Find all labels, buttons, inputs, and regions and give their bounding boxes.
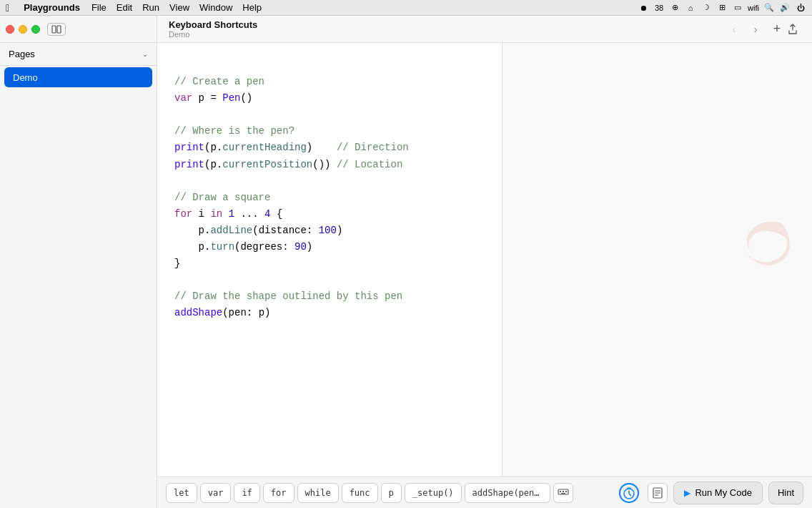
snippet-addshape[interactable]: addShape(pen: | xyxy=(465,483,550,503)
bluetooth-icon: ⊕ xyxy=(669,2,680,14)
wifi-icon[interactable]: wifi xyxy=(748,2,759,14)
swift-logo-watermark xyxy=(741,218,791,270)
battery-icon: ▭ xyxy=(732,2,743,14)
menu-window[interactable]: Window xyxy=(199,2,232,13)
menubar-status-area: ⏺ 38 ⊕ ⌂ ☽ ⊞ ▭ wifi 🔍 🔊 ⏻ xyxy=(638,2,806,14)
main-area: Pages ⌄ Demo Keyboard Shortcuts Demo ‹ ›… xyxy=(0,16,812,508)
svg-rect-5 xyxy=(565,491,567,492)
nav-back-button[interactable]: ‹ xyxy=(726,21,742,37)
power-icon[interactable]: ⏻ xyxy=(795,2,806,14)
volume-icon[interactable]: 🔊 xyxy=(779,2,791,14)
svg-rect-1 xyxy=(57,26,61,33)
run-button[interactable]: ▶ Run My Code xyxy=(673,482,762,504)
search-icon[interactable]: 🔍 xyxy=(763,2,775,14)
code-line: p.addLine(distance: 100) xyxy=(174,223,485,239)
menu-view[interactable]: View xyxy=(169,2,189,13)
code-line: // Draw the shape outlined by this pen xyxy=(174,288,485,305)
hint-button[interactable]: Hint xyxy=(768,482,803,504)
code-line: // Where is the pen? xyxy=(174,123,485,140)
keyword-let[interactable]: let xyxy=(166,483,197,503)
svg-rect-0 xyxy=(52,26,56,33)
apple-menu-icon[interactable]:  xyxy=(6,2,9,14)
maximize-button[interactable] xyxy=(31,25,40,34)
moon-icon: ☽ xyxy=(700,2,712,14)
menu-file[interactable]: File xyxy=(91,2,107,13)
code-line: for i in 1 ... 4 { xyxy=(174,206,485,223)
menu-items: File Edit Run View Window Help xyxy=(91,2,262,13)
minimize-button[interactable] xyxy=(19,25,27,34)
keyword-if[interactable]: if xyxy=(234,483,259,503)
code-line xyxy=(174,57,485,74)
code-line: var p = Pen() xyxy=(174,90,485,107)
add-page-button[interactable]: + xyxy=(769,21,785,37)
run-play-icon: ▶ xyxy=(684,488,690,498)
keyword-while[interactable]: while xyxy=(297,483,339,503)
close-button[interactable] xyxy=(6,25,14,34)
svg-rect-3 xyxy=(560,491,561,492)
code-line: p.turn(degrees: 90) xyxy=(174,239,485,255)
svg-rect-4 xyxy=(563,491,564,492)
pages-chevron-icon[interactable]: ⌄ xyxy=(142,50,148,58)
keyword-p[interactable]: p xyxy=(381,483,402,503)
keyboard-toggle-button[interactable] xyxy=(553,483,573,503)
snippet-setup[interactable]: _setup() xyxy=(405,483,462,503)
pages-header: Pages ⌄ xyxy=(0,43,157,66)
editor-toolbar: Keyboard Shortcuts Demo ‹ › + xyxy=(157,16,812,43)
code-line xyxy=(174,107,485,123)
app-name[interactable]: Playgrounds xyxy=(24,2,80,13)
hint-label: Hint xyxy=(778,487,794,498)
share-button[interactable] xyxy=(785,21,801,37)
timer-icon xyxy=(619,483,639,503)
menu-run[interactable]: Run xyxy=(142,2,159,13)
sidebar-item-demo[interactable]: Demo xyxy=(4,67,152,87)
code-line xyxy=(174,173,485,190)
doc-button[interactable] xyxy=(648,483,668,503)
battery-percent: 38 xyxy=(653,2,665,14)
code-area: // Create a pen var p = Pen() // Where i… xyxy=(157,43,812,477)
menu-edit[interactable]: Edit xyxy=(117,2,132,13)
code-line: // Draw a square xyxy=(174,190,485,206)
svg-rect-6 xyxy=(561,493,565,494)
keyword-for[interactable]: for xyxy=(263,483,294,503)
sidebar-toolbar xyxy=(0,16,157,43)
sidebar: Pages ⌄ Demo xyxy=(0,16,157,508)
editor-title: Keyboard Shortcuts xyxy=(169,19,726,30)
control-center-icon[interactable]: ⊞ xyxy=(716,2,728,14)
code-editor[interactable]: // Create a pen var p = Pen() // Where i… xyxy=(157,43,502,477)
editor-nav-buttons: ‹ › xyxy=(726,21,763,37)
menu-help[interactable]: Help xyxy=(242,2,262,13)
keyword-var[interactable]: var xyxy=(200,483,232,503)
code-line xyxy=(174,272,485,288)
code-line: addShape(pen: p) xyxy=(174,305,485,321)
pages-label: Pages xyxy=(9,49,35,59)
code-line: } xyxy=(174,255,485,272)
right-panel xyxy=(502,43,813,477)
editor-title-block: Keyboard Shortcuts Demo xyxy=(169,19,726,39)
run-label: Run My Code xyxy=(695,487,751,498)
network-icon: ⌂ xyxy=(685,2,696,14)
menubar:  Playgrounds File Edit Run View Window … xyxy=(0,0,812,16)
code-line: print(p.currentPosition()) // Location xyxy=(174,157,485,173)
split-view-button[interactable] xyxy=(47,23,66,36)
bottom-toolbar: let var if for while func p _setup() add… xyxy=(157,477,812,508)
bottom-right-actions: ▶ Run My Code Hint xyxy=(610,482,812,504)
code-line: print(p.currentHeading) // Direction xyxy=(174,140,485,156)
keyword-func[interactable]: func xyxy=(342,483,378,503)
traffic-lights xyxy=(6,25,40,34)
editor-container: Keyboard Shortcuts Demo ‹ › + xyxy=(157,16,812,477)
record-icon: ⏺ xyxy=(638,2,649,14)
code-line: // Create a pen xyxy=(174,74,485,90)
keyword-buttons: let var if for while func p _setup() add… xyxy=(157,483,582,503)
sidebar-item-label: Demo xyxy=(13,72,38,83)
nav-forward-button[interactable]: › xyxy=(748,21,763,37)
editor-subtitle: Demo xyxy=(169,30,726,39)
